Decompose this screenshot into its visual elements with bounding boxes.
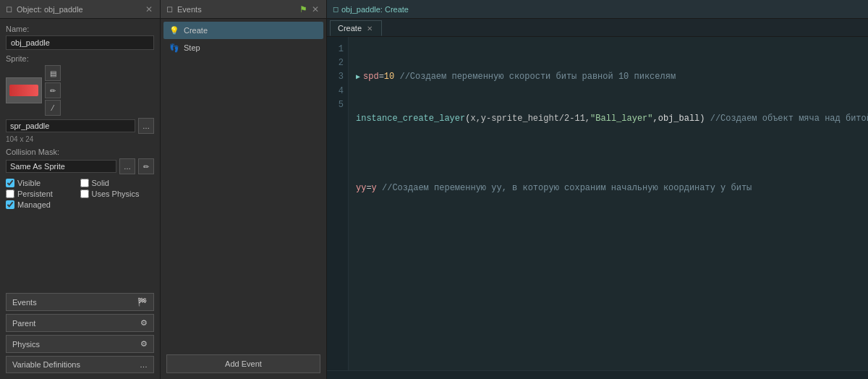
managed-label: Managed [17,200,51,209]
code-line-4: yy=y //Создаем переменную уу, в которую … [356,182,861,195]
sprite-name-row: … [6,118,154,134]
editor-header-icon: ◻ [333,5,339,13]
sprite-name-input[interactable] [6,119,135,132]
event-create[interactable]: 💡 Create [163,22,323,39]
persistent-label: Persistent [17,190,53,198]
events-flag-icon: ⚑ [299,4,307,14]
visible-checkbox[interactable] [6,179,14,187]
events-panel-close-button[interactable]: ✕ [310,4,320,14]
code-func: instance_create_layer [356,112,465,126]
editor-header: ◻ obj_paddle: Create [327,0,868,19]
events-panel-title-text: Events [177,5,202,14]
physics-button-label: Physics [12,340,40,349]
solid-checkbox-item: Solid [80,179,155,187]
name-input[interactable] [6,35,154,50]
variable-definitions-button[interactable]: Variable Definitions … [6,356,154,373]
uses-physics-checkbox-item: Uses Physics [80,190,155,198]
line-num-5: 5 [331,98,344,112]
parent-button[interactable]: Parent ⚙ [6,314,154,332]
persistent-checkbox-item: Persistent [6,190,80,198]
code-spd: spd [363,70,379,84]
events-header-actions: ⚑ ✕ [299,4,320,14]
events-button[interactable]: Events 🏁 [6,293,154,311]
code-line-2: instance_create_layer(x,y-sprite_height/… [356,112,861,126]
main-layout: ◻ Object: obj_paddle ✕ Name: Sprite: ▤ [0,0,868,379]
physics-icon: ⚙ [140,339,148,349]
add-event-label: Add Event [225,359,262,368]
code-10: 10 [384,70,394,84]
line-num-1: 1 [331,43,344,56]
tab-bar: Create ✕ [327,19,868,37]
line-arrow: ▶ [356,72,360,83]
variable-definitions-button-label: Variable Definitions [12,360,80,369]
managed-checkbox-item: Managed [6,200,80,209]
sprite-image [9,85,38,96]
add-event-button[interactable]: Add Event [166,354,320,373]
left-panel: ◻ Object: obj_paddle ✕ Name: Sprite: ▤ [0,0,161,379]
uses-physics-label: Uses Physics [92,190,140,198]
code-eq1: = [379,70,384,84]
sprite-buttons: ▤ ✏ ∕ [45,65,61,116]
collision-edit-button[interactable]: ✏ [138,158,154,174]
bottom-buttons: Events 🏁 Parent ⚙ Physics ⚙ Variable Def… [0,290,160,379]
left-panel-close-button[interactable]: ✕ [144,4,154,14]
variable-definitions-icon: … [140,360,148,369]
sprite-label: Sprite: [6,54,154,63]
collision-label: Collision Mask: [6,148,154,156]
line-numbers: 1 2 3 4 5 [327,37,349,370]
code-y: y [372,182,377,195]
physics-button[interactable]: Physics ⚙ [6,335,154,353]
persistent-checkbox[interactable] [6,190,14,198]
solid-checkbox[interactable] [80,179,89,187]
left-panel-header: ◻ Object: obj_paddle ✕ [0,0,160,19]
events-icon: 🏁 [137,297,148,307]
events-panel: ◻ Events ⚑ ✕ 💡 Create 👣 Step Add Event [161,0,327,379]
create-event-icon: 💡 [169,25,179,35]
sprite-preview [6,77,42,103]
sprite-preview-row: ▤ ✏ ∕ [6,65,154,116]
create-event-label: Create [184,26,208,35]
code-editor-panel: ◻ obj_paddle: Create Create ✕ 1 2 3 4 5 … [327,0,868,379]
code-eq2: = [366,182,371,195]
left-panel-content: Name: Sprite: ▤ ✏ ∕ [0,19,160,290]
collision-field-row: Collision Mask: … ✏ [6,148,154,174]
uses-physics-checkbox[interactable] [80,190,89,198]
line-num-2: 2 [331,56,344,70]
events-button-label: Events [12,298,37,307]
code-args: x,y-sprite_height/2-11, [470,112,590,126]
code-area: 1 2 3 4 5 ▶spd=10 //Создаем переменную с… [327,37,868,370]
name-label: Name: [6,25,154,33]
events-panel-title: ◻ Events [166,4,202,14]
code-close-args: ,obj_ball) [653,112,705,126]
create-tab-label: Create [338,24,362,33]
code-line-1: ▶spd=10 //Создаем переменную скорости би… [356,70,861,84]
code-yy: yy [356,182,366,195]
code-ball-layer: "Ball_layer" [590,112,652,126]
editor-header-title: obj_paddle: Create [341,5,409,14]
events-panel-header: ◻ Events ⚑ ✕ [161,0,326,19]
events-panel-icon: ◻ [166,4,173,14]
object-icon: ◻ [6,4,12,14]
collision-row: … ✏ [6,158,154,174]
create-tab-close[interactable]: ✕ [365,24,374,33]
sprite-browse-button[interactable]: ▤ [45,65,61,81]
editor-bottom-bar [327,370,868,379]
sprite-edit-button[interactable]: ✏ [45,82,61,98]
code-content[interactable]: ▶spd=10 //Создаем переменную скорости би… [349,37,868,370]
visible-label: Visible [17,179,41,187]
managed-checkbox[interactable] [6,200,14,209]
sprite-section: Sprite: ▤ ✏ ∕ … 104 x 24 [6,54,154,143]
parent-icon: ⚙ [140,318,148,328]
code-comment3: //Создаем переменную уу, в которую сохра… [377,182,752,195]
parent-button-label: Parent [12,319,35,328]
code-open-paren: ( [465,112,470,126]
line-num-3: 3 [331,70,344,84]
create-tab[interactable]: Create ✕ [330,20,382,36]
sprite-pen-button[interactable]: ∕ [45,100,61,116]
event-step[interactable]: 👣 Step [163,39,323,56]
collision-input[interactable] [6,160,116,173]
step-event-label: Step [184,43,200,52]
collision-more-button[interactable]: … [119,158,135,174]
events-list: 💡 Create 👣 Step [161,19,326,352]
sprite-more-button[interactable]: … [138,118,154,134]
